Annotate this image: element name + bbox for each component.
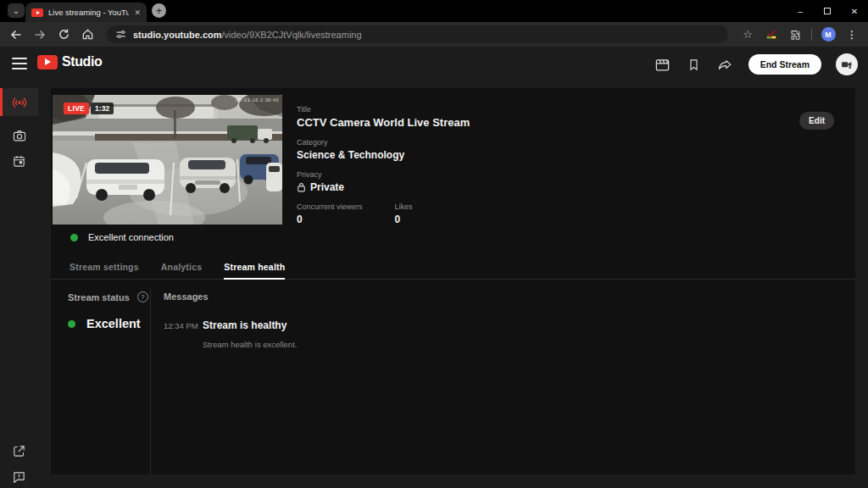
messages-label: Messages [164,291,297,302]
extensions-menu-button[interactable] [786,25,804,44]
stream-details: Title CCTV Camera World Live Stream Cate… [297,105,470,235]
hamburger-icon [12,58,27,59]
camera-icon [12,129,27,142]
window-close-button[interactable]: ✕ [841,0,868,22]
youtube-logo-icon [37,55,58,69]
external-link-icon [12,444,26,458]
health-status-value: Excellent [86,317,141,330]
close-icon: ✕ [851,7,858,16]
clapperboard-button[interactable] [654,56,671,73]
menu-button[interactable] [12,58,27,69]
channel-avatar-icon [840,58,854,71]
bookmark-icon [687,58,701,72]
viewers-label: Concurrent viewers [297,202,363,211]
sidebar-item-classic-studio[interactable] [0,437,38,465]
profile-button[interactable]: M [819,25,837,44]
help-icon[interactable]: ? [137,291,148,302]
category-label: Category [297,138,470,147]
account-avatar[interactable] [836,53,858,75]
message-title: Stream is healthy [203,319,297,331]
home-icon [81,28,94,41]
browser-window: ⌄ Live streaming - YouTube Studi ✕ + – ✕ [0,0,868,488]
browser-tab[interactable]: Live streaming - YouTube Studi ✕ [25,3,147,22]
panel-divider [150,288,151,474]
reload-button[interactable] [54,25,73,44]
bookmark-page-button[interactable]: ☆ [738,25,757,44]
lock-icon [297,182,306,192]
share-button[interactable] [717,56,734,73]
connection-status: Excellent connection [70,232,174,242]
privacy-label: Privacy [297,170,470,179]
stream-status-panel: Stream status ? Excellent [68,291,148,330]
tab-stream-settings[interactable]: Stream settings [70,254,139,279]
profile-avatar: M [821,27,836,42]
message-body: Stream health is excellent. [203,340,297,349]
live-badge: LIVE [64,103,89,114]
likes-value: 0 [395,214,413,225]
window-minimize-button[interactable]: – [787,0,814,22]
youtube-studio-app: Studio [0,47,868,488]
tab-search-button[interactable]: ⌄ [8,3,25,18]
sidebar-item-livestream[interactable] [0,88,38,116]
stream-status-label: Stream status [68,292,130,302]
sidebar-item-manage[interactable] [0,147,38,175]
brand-name: Studio [62,54,102,69]
share-icon [717,57,733,73]
site-settings-icon [115,29,126,40]
live-badge-group: LIVE 1:32 [64,103,114,114]
end-stream-button[interactable]: End Stream [748,54,821,75]
sidebar-item-feedback[interactable] [0,463,38,488]
stream-title: CCTV Camera World Live Stream [297,116,470,129]
stream-stats: Concurrent viewers 0 Likes 0 [297,202,470,235]
live-video-preview[interactable]: LIVE 1:32 05-01-16 2:38:43 [53,95,282,225]
maximize-icon [824,8,831,14]
address-bar[interactable]: studio.youtube.com/video/9XB2CJtVqlk/liv… [107,25,728,43]
kebab-menu-icon: ⋮ [847,29,857,41]
url-host: studio.youtube.com [133,30,222,40]
window-maximize-button[interactable] [814,0,841,22]
viewers-value: 0 [297,214,363,225]
forward-button[interactable] [31,25,49,44]
profile-initial: M [825,30,832,39]
tab-close-icon[interactable]: ✕ [134,8,141,17]
studio-logo[interactable]: Studio [37,54,102,69]
reload-icon [58,28,70,41]
likes-label: Likes [395,202,413,211]
tab-title: Live streaming - YouTube Studi [48,8,129,17]
back-button[interactable] [7,25,25,44]
title-label: Title [297,105,470,114]
connection-status-text: Excellent connection [88,232,174,242]
health-message: 12:34 PM Stream is healthy Stream health… [164,319,297,349]
studio-header: Studio [0,47,868,82]
bookmark-button[interactable] [686,56,703,73]
window-controls: – ✕ [787,0,868,22]
elapsed-timer: 1:32 [91,103,114,114]
livestream-dashboard-card: LIVE 1:32 05-01-16 2:38:43 Title CCTV Ca… [51,88,855,474]
clapperboard-icon [654,57,670,73]
privacy-value: Private [310,181,344,193]
browser-titlebar: ⌄ Live streaming - YouTube Studi ✕ + – ✕ [0,0,868,22]
stream-privacy: Private [297,181,470,193]
star-icon: ☆ [743,28,753,41]
adblock-extension-icon [765,29,777,41]
extension-button[interactable] [762,25,781,44]
tab-stream-health[interactable]: Stream health [224,254,285,279]
edit-button[interactable]: Edit [799,112,834,130]
concurrent-viewers: Concurrent viewers 0 [297,202,363,235]
browser-menu-button[interactable]: ⋮ [843,25,861,44]
connection-status-dot [70,234,78,241]
tab-analytics[interactable]: Analytics [161,254,203,279]
message-time: 12:34 PM [164,319,203,349]
camera-timestamp: 05-01-16 2:38:43 [236,97,279,103]
url-path: /video/9XB2CJtVqlk/livestreaming [222,30,362,40]
new-tab-button[interactable]: + [152,3,166,18]
live-broadcast-icon [11,95,28,110]
youtube-favicon-icon [31,8,43,17]
minimize-icon: – [798,7,803,16]
home-button[interactable] [78,25,97,44]
sidebar-item-webcam[interactable] [0,121,38,149]
calendar-icon [12,154,26,169]
dashboard-tabs: Stream settings Analytics Stream health [51,254,855,280]
back-icon [9,28,23,42]
forward-icon [33,28,47,42]
